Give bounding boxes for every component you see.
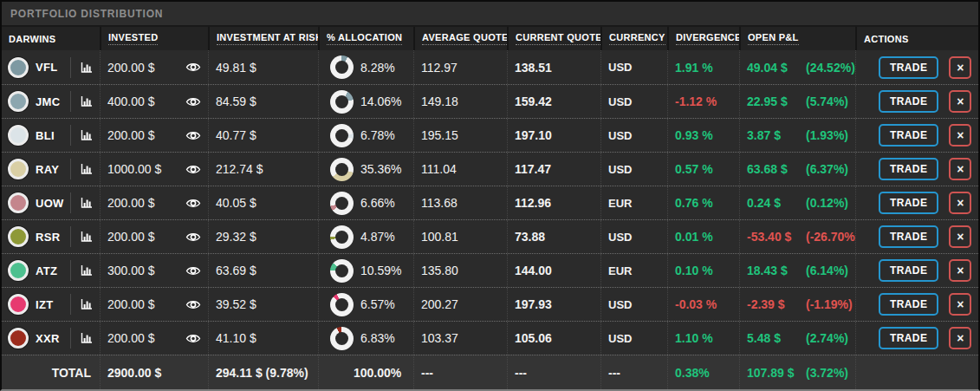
trade-button[interactable]: TRADE: [879, 259, 938, 282]
eye-icon: [185, 231, 201, 243]
open-chart-button[interactable]: [70, 159, 94, 179]
column-header-average-quote[interactable]: AVERAGE QUOTE: [413, 27, 507, 50]
column-header-allocation[interactable]: % ALLOCATION: [318, 27, 413, 50]
total-actions-cell: [855, 355, 978, 389]
average-quote-cell: 100.81: [413, 220, 507, 253]
risk-cell: 40.05 $: [208, 186, 318, 219]
darwin-avatar[interactable]: [8, 294, 29, 315]
darwin-cell: RSR: [2, 220, 100, 253]
pnl-value: 0.24 $: [747, 196, 806, 210]
table-body: VFL 200.00 $: [2, 50, 978, 355]
column-header-current-quote[interactable]: CURRENT QUOTE: [507, 27, 600, 50]
average-quote-value: 195.15: [421, 128, 458, 142]
currency-cell: USD: [600, 220, 667, 253]
open-chart-button[interactable]: [70, 91, 94, 112]
risk-value: 39.52 $: [216, 297, 256, 311]
darwin-name[interactable]: JMC: [36, 95, 60, 108]
current-quote-cell: 117.47: [507, 153, 600, 186]
allocation-donut-chart: [330, 124, 354, 147]
column-header-investment-at-risk[interactable]: INVESTMENT AT RISK: [208, 27, 318, 50]
darwin-name[interactable]: XXR: [36, 332, 60, 345]
darwin-avatar[interactable]: [8, 91, 29, 112]
trade-button[interactable]: TRADE: [879, 327, 938, 349]
close-position-button[interactable]: ×: [949, 158, 971, 180]
pnl-value: 49.04 $: [747, 61, 806, 75]
invested-value: 200.00 $: [107, 230, 155, 244]
currency-cell: USD: [600, 50, 667, 84]
column-header-divergence[interactable]: DIVERGENCE: [667, 27, 739, 50]
darwin-avatar[interactable]: [8, 125, 29, 146]
open-chart-button[interactable]: [70, 328, 94, 349]
current-quote-value: 73.88: [515, 230, 545, 244]
trade-button[interactable]: TRADE: [879, 293, 938, 316]
darwin-name[interactable]: ATZ: [36, 264, 57, 277]
visibility-toggle[interactable]: [185, 96, 201, 108]
column-header-invested[interactable]: INVESTED: [100, 27, 208, 50]
invested-cell: 300.00 $: [100, 254, 208, 287]
current-quote-cell: 144.00: [507, 254, 600, 287]
invested-cell: 200.00 $: [100, 119, 208, 152]
close-position-button[interactable]: ×: [949, 327, 971, 349]
close-position-button[interactable]: ×: [949, 259, 971, 282]
trade-button[interactable]: TRADE: [879, 90, 938, 113]
close-position-button[interactable]: ×: [949, 124, 971, 147]
current-quote-cell: 197.10: [507, 119, 600, 152]
close-position-button[interactable]: ×: [949, 293, 971, 316]
visibility-toggle[interactable]: [185, 299, 201, 310]
visibility-toggle[interactable]: [185, 231, 201, 243]
darwin-name[interactable]: BLI: [36, 129, 55, 142]
darwin-avatar[interactable]: [8, 260, 29, 281]
average-quote-cell: 200.27: [413, 288, 507, 321]
pnl-percent: (6.14%): [806, 264, 848, 277]
allocation-cell: 6.66%: [318, 186, 413, 219]
darwin-name[interactable]: IZT: [36, 298, 53, 311]
open-chart-button[interactable]: [70, 260, 94, 281]
trade-button[interactable]: TRADE: [879, 124, 938, 147]
open-chart-button[interactable]: [70, 125, 94, 146]
current-quote-cell: 197.93: [507, 288, 600, 321]
trade-button[interactable]: TRADE: [879, 192, 938, 214]
visibility-toggle[interactable]: [185, 164, 201, 175]
allocation-value: 8.28%: [360, 61, 395, 75]
total-currency-value: ---: [608, 366, 620, 380]
trade-button[interactable]: TRADE: [879, 158, 938, 180]
darwin-avatar[interactable]: [8, 57, 29, 78]
divergence-value: 0.10 %: [675, 264, 713, 277]
column-header-open-pnl[interactable]: OPEN P&L: [739, 27, 855, 50]
current-quote-cell: 73.88: [507, 220, 600, 253]
risk-value: 40.77 $: [216, 128, 256, 142]
close-position-button[interactable]: ×: [949, 225, 971, 248]
close-icon: ×: [957, 95, 964, 108]
visibility-toggle[interactable]: [185, 62, 201, 73]
allocation-cell: 8.28%: [318, 50, 413, 84]
table-row: ATZ 300.00 $: [2, 253, 978, 287]
darwin-name[interactable]: UOW: [36, 197, 64, 210]
visibility-toggle[interactable]: [185, 333, 201, 344]
close-position-button[interactable]: ×: [949, 56, 971, 79]
open-chart-button[interactable]: [70, 192, 94, 213]
average-quote-cell: 135.80: [413, 254, 507, 287]
open-chart-button[interactable]: [70, 226, 94, 247]
visibility-toggle[interactable]: [185, 198, 201, 209]
visibility-toggle[interactable]: [185, 265, 201, 277]
darwin-avatar[interactable]: [8, 159, 29, 179]
allocation-value: 4.87%: [360, 230, 395, 244]
table-row: RSR 200.00 $: [2, 219, 978, 253]
average-quote-value: 112.97: [421, 61, 458, 75]
darwin-avatar[interactable]: [8, 192, 29, 213]
trade-button[interactable]: TRADE: [879, 56, 938, 79]
open-chart-button[interactable]: [70, 294, 94, 315]
column-header-currency[interactable]: CURRENCY: [600, 27, 667, 50]
darwin-avatar[interactable]: [8, 226, 29, 247]
open-chart-button[interactable]: [70, 57, 94, 78]
darwin-name[interactable]: RAY: [36, 163, 59, 176]
darwin-name[interactable]: RSR: [36, 231, 60, 244]
visibility-toggle[interactable]: [185, 130, 201, 141]
darwin-avatar[interactable]: [8, 328, 29, 349]
close-icon: ×: [957, 163, 964, 175]
close-position-button[interactable]: ×: [949, 90, 971, 113]
invested-cell: 200.00 $: [100, 50, 208, 84]
trade-button[interactable]: TRADE: [879, 225, 938, 248]
close-position-button[interactable]: ×: [949, 192, 971, 214]
darwin-name[interactable]: VFL: [36, 61, 57, 74]
